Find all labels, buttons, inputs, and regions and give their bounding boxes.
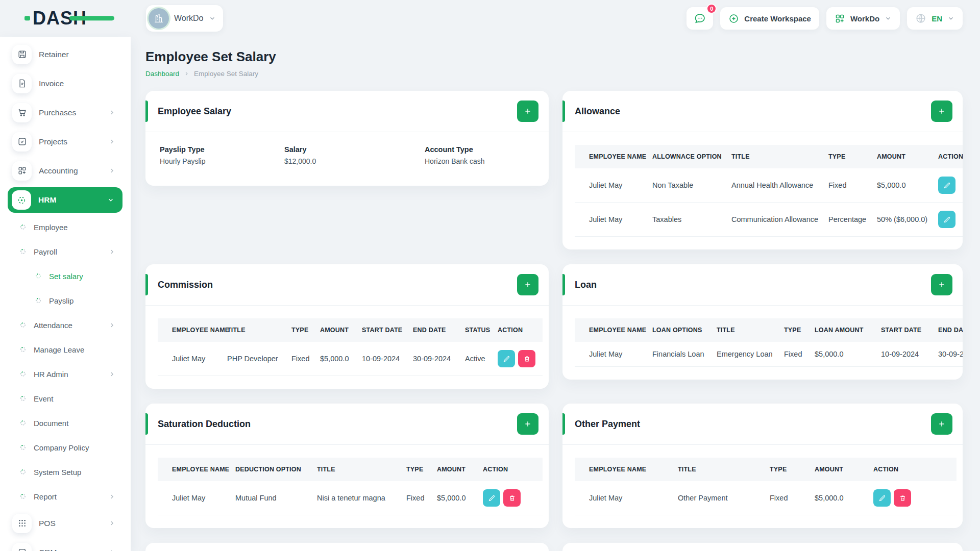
- chevron-right-icon: [109, 549, 115, 551]
- edit-button[interactable]: [483, 489, 500, 507]
- messages-button[interactable]: 0: [687, 7, 713, 30]
- sidebar-item-document[interactable]: Document: [0, 411, 131, 435]
- card-title: Commission: [158, 280, 213, 290]
- sidebar: Retainer Invoice Purchases Projects Acco…: [0, 37, 131, 551]
- sidebar-item-system-setup[interactable]: System Setup: [0, 460, 131, 484]
- table-header-row: EMPLOYEE NAME LOAN OPTIONS TITLE TYPE LO…: [575, 318, 963, 342]
- sidebar-item-employee[interactable]: Employee: [0, 215, 131, 239]
- bullet-icon: [19, 370, 27, 378]
- sidebar-item-crm[interactable]: CRM: [0, 538, 131, 551]
- workspace-avatar: [149, 8, 169, 29]
- sidebar-item-attendance[interactable]: Attendance: [0, 313, 131, 337]
- breadcrumb: Dashboard Employee Set Salary: [145, 70, 963, 78]
- language-button[interactable]: EN: [907, 7, 963, 30]
- edit-employee-salary-button[interactable]: [517, 101, 538, 122]
- chevron-right-icon: [109, 109, 115, 116]
- card-loan: Loan EMPLOYEE NAME LOAN OPTIONS TITLE TY…: [562, 264, 963, 380]
- chevron-right-icon: [109, 322, 115, 329]
- card-header: Commission: [145, 264, 549, 306]
- card-header: Overtime: [145, 543, 549, 551]
- add-loan-button[interactable]: [931, 274, 952, 295]
- plus-icon: [938, 420, 946, 428]
- pencil-icon: [488, 494, 496, 502]
- card-title: Saturation Deduction: [158, 419, 251, 430]
- sidebar-item-payroll[interactable]: Payroll: [0, 239, 131, 264]
- chat-icon: [694, 12, 706, 24]
- card-header: Company Contribution: [562, 543, 963, 551]
- sidebar-item-hr-admin[interactable]: HR Admin: [0, 362, 131, 386]
- card-header: Employee Salary: [145, 91, 549, 132]
- edit-button[interactable]: [938, 177, 955, 194]
- messages-badge: 0: [706, 4, 717, 14]
- sidebar-item-pos[interactable]: POS: [0, 509, 131, 538]
- top-bar: DASH WorkDo 0 Create Workspace: [0, 0, 980, 37]
- language-label: EN: [932, 14, 942, 23]
- pencil-icon: [943, 182, 951, 189]
- table-row: Juliet May Financials Loan Emergency Loa…: [575, 342, 963, 367]
- invoice-icon: [12, 74, 32, 93]
- sidebar-item-event[interactable]: Event: [0, 386, 131, 411]
- chevron-right-icon: [109, 248, 115, 255]
- sidebar-item-manage-leave[interactable]: Manage Leave: [0, 337, 131, 362]
- chevron-right-icon: [109, 371, 115, 378]
- field-salary: Salary $12,000.0: [284, 145, 425, 165]
- pencil-icon: [503, 355, 510, 363]
- chevron-right-icon: [109, 167, 115, 174]
- loan-table: EMPLOYEE NAME LOAN OPTIONS TITLE TYPE LO…: [575, 318, 963, 367]
- chevron-down-icon: [107, 196, 114, 204]
- bullet-icon: [19, 223, 27, 231]
- chevron-right-icon: [109, 493, 115, 500]
- hrm-icon: [12, 190, 31, 210]
- plus-icon: [938, 107, 946, 115]
- delete-button[interactable]: [503, 489, 521, 507]
- sidebar-item-retainer[interactable]: Retainer: [0, 40, 131, 69]
- page-title: Employee Set Salary: [145, 49, 963, 65]
- table-header-row: EMPLOYEE NAME TITLE TYPE AMOUNT ACTION: [575, 458, 957, 481]
- delete-button[interactable]: [518, 350, 535, 367]
- workdo-menu-button[interactable]: WorkDo: [826, 7, 900, 30]
- bullet-icon: [19, 248, 27, 255]
- cards-grid: Employee Salary Payslip Type Hourly Pays…: [145, 91, 963, 551]
- edit-button[interactable]: [873, 489, 891, 507]
- sidebar-item-report[interactable]: Report: [0, 484, 131, 509]
- sidebar-item-company-policy[interactable]: Company Policy: [0, 435, 131, 460]
- sidebar-item-hrm[interactable]: HRM: [8, 187, 122, 213]
- table-row: Juliet May Taxables Communication Allowa…: [575, 203, 963, 237]
- card-header: Loan: [562, 264, 963, 306]
- card-title: Allowance: [575, 106, 620, 117]
- sidebar-item-invoice[interactable]: Invoice: [0, 69, 131, 98]
- create-workspace-button[interactable]: Create Workspace: [720, 7, 819, 30]
- sidebar-item-projects[interactable]: Projects: [0, 127, 131, 156]
- pencil-icon: [878, 494, 886, 502]
- edit-button[interactable]: [938, 211, 955, 228]
- add-saturation-deduction-button[interactable]: [517, 413, 538, 435]
- trash-icon: [899, 494, 906, 502]
- sidebar-item-payslip[interactable]: Payslip: [0, 288, 131, 313]
- delete-button[interactable]: [894, 489, 911, 507]
- plus-icon: [524, 420, 532, 428]
- plus-circle-icon: [728, 13, 739, 24]
- field-payslip-type: Payslip Type Hourly Payslip: [160, 145, 284, 165]
- card-header: Allowance: [562, 91, 963, 132]
- sidebar-item-purchases[interactable]: Purchases: [0, 98, 131, 127]
- app-logo: DASH: [33, 8, 109, 29]
- sidebar-item-set-salary[interactable]: Set salary: [0, 264, 131, 288]
- main-content: Employee Set Salary Dashboard Employee S…: [131, 37, 980, 551]
- workspace-switcher[interactable]: WorkDo: [146, 5, 223, 32]
- table-row: Juliet May Mutual Fund Nisi a tenetur ma…: [158, 481, 543, 515]
- breadcrumb-dashboard-link[interactable]: Dashboard: [145, 70, 179, 78]
- trash-icon: [523, 355, 531, 363]
- card-commission: Commission EMPLOYEE NAME TITLE TYPE AMOU…: [145, 264, 549, 389]
- add-allowance-button[interactable]: [931, 101, 952, 122]
- add-commission-button[interactable]: [517, 274, 538, 295]
- add-other-payment-button[interactable]: [931, 413, 952, 435]
- sidebar-item-accounting[interactable]: Accounting: [0, 156, 131, 185]
- card-title: Other Payment: [575, 419, 640, 430]
- chevron-right-icon: [184, 71, 189, 77]
- check-square-icon: [12, 132, 32, 152]
- bullet-icon: [19, 444, 27, 451]
- card-company-contribution: Company Contribution: [562, 543, 963, 551]
- saturation-deduction-table: EMPLOYEE NAME DEDUCTION OPTION TITLE TYP…: [158, 458, 543, 515]
- edit-button[interactable]: [498, 350, 515, 367]
- breadcrumb-current: Employee Set Salary: [194, 70, 258, 78]
